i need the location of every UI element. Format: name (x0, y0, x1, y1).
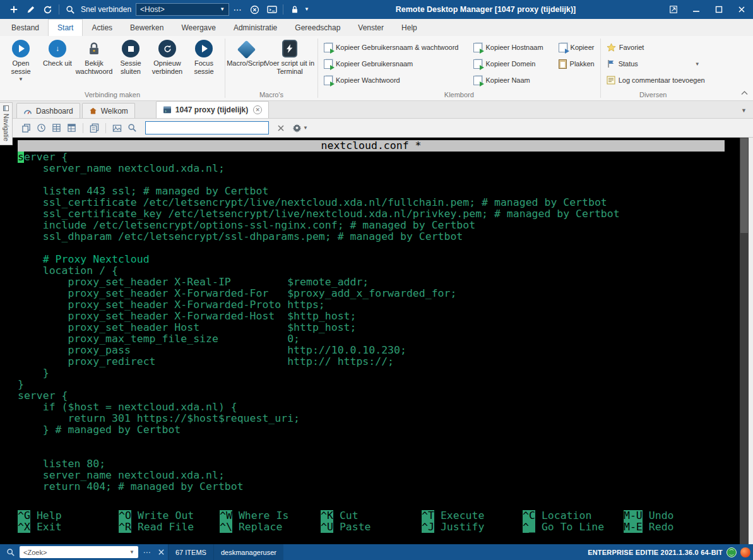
tab-dashboard[interactable]: Dashboard (16, 103, 80, 118)
collapse-ribbon-icon[interactable] (741, 86, 748, 98)
menu-administratie[interactable]: Administratie (225, 19, 286, 36)
note-icon (607, 76, 615, 85)
menu-bestand[interactable]: Bestand (3, 19, 48, 36)
clear-search-icon[interactable] (154, 545, 168, 559)
menu-venster[interactable]: Venster (349, 19, 393, 36)
reconnect-button[interactable]: Opnieuw verbinden (149, 38, 186, 75)
paste-button[interactable]: Plakken (555, 56, 598, 72)
copy-button[interactable]: Kopieer (555, 39, 598, 56)
copy-icon[interactable] (19, 121, 33, 135)
star-icon (607, 43, 616, 52)
host-combobox[interactable]: <Host> ▼ (136, 3, 229, 16)
terminal-line: proxy_pass http://10.0.10.230; (18, 345, 725, 356)
menu-start[interactable]: Start (48, 19, 83, 36)
macro-script-button[interactable]: Macro/Script (228, 38, 264, 68)
terminal-line: proxy_set_header Host $http_host; (18, 322, 725, 333)
copy-password-button[interactable]: Kopieer Wachtwoord (321, 72, 461, 88)
maximize-button[interactable] (708, 0, 730, 19)
clear-filter-icon[interactable] (273, 121, 288, 135)
favorite-button[interactable]: Favoriet (603, 39, 703, 56)
search-icon[interactable] (62, 1, 79, 18)
navigation-side-tab[interactable]: Navigatie (0, 102, 13, 145)
flame-icon[interactable] (740, 547, 750, 557)
terminal-line: ssl_certificate /etc/letsencrypt/live/ne… (18, 197, 725, 208)
close-button[interactable] (730, 0, 753, 19)
screenshot-icon[interactable] (110, 121, 124, 135)
grid-view-icon[interactable] (49, 121, 64, 135)
more-options-icon[interactable]: ⋯ (229, 1, 246, 18)
run-script-terminal-button[interactable]: Voer script uit in Terminal (264, 38, 315, 75)
status-search-combobox[interactable]: <Zoek> ▼ (20, 546, 138, 558)
tab-1047-proxy[interactable]: 1047 proxy (tijdelijk) ✕ (156, 101, 269, 118)
open-session-button[interactable]: Open sessie ▼ (3, 38, 39, 82)
copy-name-button[interactable]: Kopieer Naam (470, 72, 546, 88)
settings-gear-button[interactable]: ▼ (292, 123, 308, 133)
close-session-button[interactable]: Sessie sluiten (112, 38, 149, 75)
table-edit-icon[interactable] (64, 121, 79, 135)
nano-file-title: nextcloud.conf * (18, 140, 725, 152)
button-label: Focus sessie (186, 59, 222, 75)
menu-gereedschap[interactable]: Gereedschap (286, 19, 349, 36)
gear-icon (292, 123, 302, 133)
nano-shortcut-bar: ^GHelp ^OWrite Out ^WWhere Is ^KCut ^TEx… (18, 510, 725, 538)
dock-window-icon[interactable] (662, 0, 685, 19)
search-icon[interactable] (4, 545, 18, 559)
copy-username-button[interactable]: Kopieer Gebruikersnaam (321, 56, 461, 72)
tab-welkom[interactable]: Welkom (82, 103, 135, 118)
ribbon-group-label: Diversen (603, 90, 703, 100)
status-button[interactable]: Status ▼ (603, 56, 703, 72)
shortcut-cut: ^KCut (321, 510, 422, 521)
button-label: Macro/Script (227, 59, 266, 68)
globe-icon[interactable] (726, 547, 737, 557)
terminal-view[interactable]: GNU nano 5.4 nextcloud.conf * server { s… (0, 138, 740, 544)
status-search-value: <Zoek> (23, 549, 129, 556)
terminal-line: ssl_dhparam /etc/letsencrypt/ssl-dhparam… (18, 231, 725, 242)
refresh-icon[interactable] (39, 1, 56, 18)
new-session-icon[interactable] (5, 1, 22, 18)
view-password-button[interactable]: Bekijk wachtwoord (76, 38, 112, 75)
edit-icon[interactable] (22, 1, 39, 18)
copy-hostname-button[interactable]: Kopieer Hostnaam (470, 39, 546, 56)
check-out-button[interactable]: ↓ Check uit (39, 38, 76, 68)
button-label: Kopieer Domein (485, 60, 535, 68)
minimize-button[interactable] (685, 0, 708, 19)
scrollbar-thumb[interactable] (740, 138, 748, 233)
shortcut-help: ^GHelp (18, 510, 119, 521)
stop-circle-icon (122, 40, 139, 57)
cancel-connection-icon[interactable] (246, 1, 263, 18)
shortcut-read-file: ^RRead File (119, 521, 220, 533)
menu-weergave[interactable]: Weergave (172, 19, 224, 36)
button-label: Kopieer Wachtwoord (336, 76, 400, 84)
ribbon-group-label: Klembord (321, 90, 598, 100)
logged-in-user: deskmanageruser (213, 544, 283, 560)
window-controls (662, 0, 753, 19)
shortcut-paste: ^UPaste (321, 521, 422, 533)
menu-help[interactable]: Help (393, 19, 426, 36)
button-label: Check uit (43, 59, 72, 68)
history-icon[interactable] (34, 121, 49, 135)
search-icon[interactable] (125, 121, 139, 135)
copy-domain-button[interactable]: Kopieer Domein (470, 56, 546, 72)
play-circle-icon (12, 40, 30, 57)
terminal-scrollbar[interactable] (740, 138, 749, 544)
more-options-icon[interactable]: ⋯ (140, 545, 154, 559)
tab-label: Welkom (101, 107, 128, 116)
chevron-down-icon[interactable]: ▼ (304, 7, 309, 12)
copy-files-icon[interactable] (87, 121, 102, 135)
menu-bewerken[interactable]: Bewerken (121, 19, 172, 36)
separator (59, 4, 59, 15)
focus-session-button[interactable]: Focus sessie (186, 38, 222, 75)
terminal-filter-input[interactable] (145, 121, 269, 134)
terminal-line: } (18, 379, 725, 390)
terminal-line: proxy_set_header X-Forwarded-Host $http_… (18, 311, 725, 322)
lock-icon[interactable] (286, 1, 303, 18)
copy-username-password-button[interactable]: Kopieer Gebruikersnaam & wachtwoord (321, 39, 461, 56)
add-log-comment-button[interactable]: Log commentaar toevoegen (603, 72, 703, 88)
close-tab-icon[interactable]: ✕ (253, 105, 262, 114)
chevron-down-icon: ▼ (303, 126, 308, 131)
ribbon: Open sessie ▼ ↓ Check uit Bekijk wachtwo… (0, 36, 753, 101)
console-icon[interactable] (263, 1, 280, 18)
menu-acties[interactable]: Acties (83, 19, 121, 36)
chevron-down-icon: ▼ (129, 550, 134, 555)
tab-list-dropdown-icon[interactable]: ▼ (741, 107, 747, 114)
